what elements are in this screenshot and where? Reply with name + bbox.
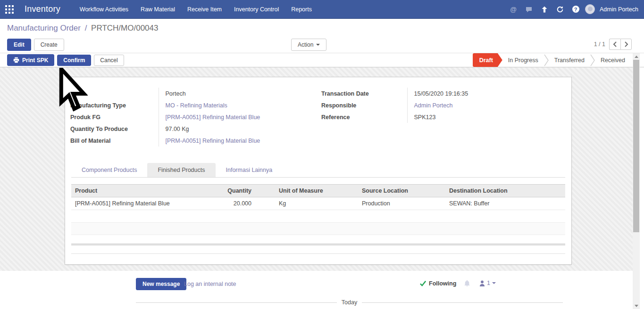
breadcrumb-parent-link[interactable]: Manufacturing Order [7,24,81,33]
refresh-icon[interactable] [554,3,566,16]
print-spk-button[interactable]: Print SPK [7,54,54,66]
chat-icon[interactable] [523,3,535,16]
person-icon [479,280,485,286]
arrow-up-icon[interactable] [538,3,551,16]
status-pipeline: Draft In Progress Transferred Received [473,53,631,67]
breadcrumb-separator: / [85,24,87,33]
date-divider-label: Today [342,299,357,306]
col-header-product[interactable]: Product [71,187,208,194]
field-group-right: Transaction Date 15/05/2020 19:16:35 Res… [321,88,502,123]
empty-table-row [71,235,565,244]
follower-count: 1 [487,280,490,286]
caret-down-icon [492,282,496,284]
bill-of-material-link[interactable]: [PRM-A0051] Refining Material Blue [159,135,260,146]
pager-next-button[interactable] [620,39,632,50]
plant-value: Portech [159,88,260,99]
menu-workflow-activities[interactable]: Workflow Activities [74,0,134,19]
create-button[interactable]: Create [34,39,64,51]
printer-icon [13,57,19,63]
navbar-systray: @ ? Admin Portech [507,3,644,16]
top-navbar: Inventory Workflow Activities Raw Materi… [0,0,644,19]
pager-value: 1 / 1 [594,41,605,48]
vertical-scrollbar [633,53,640,309]
cell-source-location: Production [358,200,445,207]
triangle-down-icon [635,305,638,307]
user-avatar[interactable] [585,4,595,14]
stage-in-progress[interactable]: In Progress [502,53,544,67]
stage-transferred[interactable]: Transferred [549,53,590,67]
new-message-button[interactable]: New message [136,278,186,290]
menu-inventory-control[interactable]: Inventory Control [228,0,285,19]
tab-component-products[interactable]: Component Products [71,163,147,177]
cell-uom: Kg [255,200,358,207]
form-sheet: Plant Portech Manufacturing Type MO - Re… [65,77,572,265]
triangle-up-icon [635,56,638,58]
field-quantity-to-produce: Quantity To Produce 97.00 Kg [70,123,260,135]
empty-table-row [71,223,565,235]
finished-products-table: Product Quantity Unit of Measure Source … [71,184,565,254]
tab-finished-products[interactable]: Finished Products [147,163,215,177]
field-plant: Plant Portech [70,88,260,99]
empty-table-row [71,245,565,253]
bell-icon[interactable] [464,280,470,287]
followers-dropdown[interactable]: 1 [479,280,496,286]
chevron-left-icon [613,41,617,47]
apps-grid-icon[interactable] [0,0,19,19]
scrollbar-down-button[interactable] [633,302,640,309]
main-menu: Workflow Activities Raw Material Receive… [74,0,318,19]
user-menu[interactable]: Admin Portech [600,6,638,13]
responsible-link[interactable]: Admin Portech [407,99,502,111]
field-bill-of-material: Bill of Material [PRM-A0051] Refining Ma… [70,135,260,146]
confirm-button[interactable]: Confirm [57,55,91,66]
field-manufacturing-type: Manufacturing Type MO - Refining Materia… [70,99,260,111]
empty-table-row [71,210,565,223]
menu-raw-material[interactable]: Raw Material [134,0,181,19]
tab-informasi-lainnya[interactable]: Informasi Lainnya [216,163,283,177]
cell-product: [PRM-A0051] Refining Material Blue [71,200,208,207]
app-title[interactable]: Inventory [25,4,60,14]
following-toggle[interactable]: Following [420,280,470,287]
col-header-quantity[interactable]: Quantity [208,187,255,194]
log-internal-note-link[interactable]: Log an internal note [184,281,236,287]
cell-quantity: 20.000 [208,200,255,207]
col-header-source-location[interactable]: Source Location [358,187,445,194]
cell-destination-location: SEWAN: Buffer [445,200,565,207]
edit-button[interactable]: Edit [7,39,31,51]
field-reference: Reference SPK123 [321,111,502,123]
field-responsible: Responsible Admin Portech [321,99,502,111]
transaction-date-value: 15/05/2020 19:16:35 [407,88,502,99]
field-transaction-date: Transaction Date 15/05/2020 19:16:35 [321,88,502,99]
stage-received[interactable]: Received [595,53,631,67]
scrollbar-up-button[interactable] [633,53,640,60]
col-header-uom[interactable]: Unit of Measure [255,187,358,194]
chevron-right-icon [624,41,628,47]
record-pager: 1 / 1 [594,39,632,50]
form-view-background: Plant Portech Manufacturing Type MO - Re… [0,67,633,271]
produk-fg-link[interactable]: [PRM-A0051] Refining Material Blue [159,111,260,123]
quantity-to-produce-value: 97.00 Kg [159,123,260,135]
reference-value: SPK123 [407,111,502,123]
action-dropdown-button[interactable]: Action [291,39,326,51]
scrollbar-thumb[interactable] [633,60,639,232]
pager-previous-button[interactable] [609,39,620,50]
notebook-tabs: Component Products Finished Products Inf… [71,163,565,178]
control-panel: Manufacturing Order / PRTCH/MO/00043 Edi… [0,19,644,53]
table-row[interactable]: [PRM-A0051] Refining Material Blue 20.00… [71,197,565,210]
menu-receive-item[interactable]: Receive Item [181,0,228,19]
caret-down-icon [316,44,320,46]
stage-draft[interactable]: Draft [473,53,502,67]
form-buttons: Edit Create [7,39,64,51]
cancel-button[interactable]: Cancel [94,55,124,66]
help-icon[interactable]: ? [569,3,582,16]
breadcrumb-current: PRTCH/MO/00043 [91,24,158,33]
mentions-icon[interactable]: @ [507,3,519,16]
field-group-left: Plant Portech Manufacturing Type MO - Re… [70,88,260,146]
table-header-row: Product Quantity Unit of Measure Source … [71,184,565,197]
field-produk-fg: Produk FG [PRM-A0051] Refining Material … [70,111,260,123]
menu-reports[interactable]: Reports [285,0,318,19]
check-icon [420,280,426,286]
stage-chevron-icon [590,54,595,66]
manufacturing-type-link[interactable]: MO - Refining Materials [159,99,260,111]
stage-chevron-icon [544,54,549,66]
col-header-destination-location[interactable]: Destination Location [445,187,565,194]
